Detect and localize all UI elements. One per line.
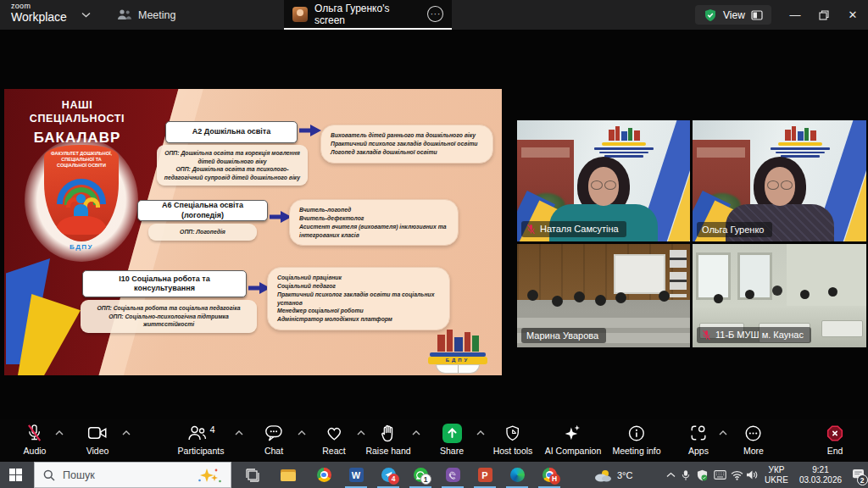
search-input[interactable]: Пошук — [34, 462, 231, 488]
more-ellipsis-icon — [745, 424, 763, 442]
language-indicator[interactable]: УКР UKRE — [761, 462, 792, 488]
zoom-workplace-logo[interactable]: zoom Workplace — [11, 3, 67, 23]
heart-icon — [325, 424, 343, 441]
react-options-chevron[interactable] — [357, 430, 365, 435]
video-gallery: Наталя Самсутіна — [517, 120, 866, 347]
participants-button[interactable]: 4 Participants — [178, 424, 225, 456]
restore-icon — [819, 10, 829, 20]
task-view-button[interactable] — [237, 462, 268, 488]
tab-meeting[interactable]: Meeting — [108, 0, 184, 30]
ai-sparkle-icon — [564, 424, 582, 442]
chat-options-chevron[interactable] — [298, 430, 306, 435]
university-logo: БДПУ — [428, 323, 487, 374]
chrome-icon — [317, 468, 331, 482]
video-options-chevron[interactable] — [122, 430, 131, 435]
raise-hand-label: Raise hand — [365, 446, 410, 456]
chat-button[interactable]: Chat — [264, 424, 283, 456]
video-tile-kaunas[interactable]: 11-Б МУШ м. Каунас — [693, 244, 866, 347]
tab-options-ellipsis-icon[interactable]: ··· — [427, 6, 443, 22]
search-placeholder: Пошук — [63, 469, 189, 481]
video-tile-maryna[interactable]: Марина Уварова — [517, 244, 690, 347]
meeting-info-button[interactable]: Meeting info — [612, 424, 660, 456]
word-icon: W — [349, 468, 364, 482]
host-tools-button[interactable]: Host tools — [493, 424, 533, 456]
end-label: End — [827, 446, 843, 456]
view-button[interactable]: View — [695, 5, 771, 25]
telegram-badge: 4 — [388, 474, 399, 485]
copilot-sparkle-icon[interactable] — [197, 467, 222, 484]
date: 03.03.2026 — [799, 475, 842, 485]
windows-logo-icon — [9, 469, 22, 481]
viber-icon — [446, 468, 460, 482]
participants-options-chevron[interactable] — [235, 430, 243, 435]
workplace-logo-text: Workplace — [11, 11, 67, 23]
chrome-button[interactable] — [309, 462, 339, 488]
video-button[interactable]: Video — [86, 424, 109, 456]
participant-name-tag: 11-Б МУШ м. Каунас — [697, 327, 811, 343]
info-icon — [627, 424, 645, 442]
share-label: Share — [440, 446, 464, 456]
chevron-up-icon — [666, 472, 676, 478]
video-tile-natalia[interactable]: Наталя Самсутіна — [517, 120, 690, 241]
defender-shield-icon — [697, 469, 708, 481]
shared-screen-presentation: НАШІ СПЕЦІАЛЬНОСТІ БАКАЛАВР ФАКУЛЬТЕТ ДО… — [4, 89, 502, 375]
time: 9:21 — [799, 465, 842, 475]
presentation-heading: НАШІ СПЕЦІАЛЬНОСТІ — [13, 99, 142, 125]
program-outcomes: Соціальний працівник Соціальний педагог … — [267, 267, 450, 330]
zoom-window: zoom Workplace Meeting Ольга Гуренко's s… — [0, 0, 868, 488]
search-icon — [43, 469, 55, 481]
start-button[interactable] — [0, 462, 31, 488]
share-button[interactable]: Share — [440, 424, 464, 456]
restore-button[interactable] — [810, 0, 838, 30]
host-tools-shield-icon — [504, 424, 521, 442]
raise-hand-button[interactable]: Raise hand — [365, 424, 410, 456]
mic-muted-icon — [26, 424, 43, 442]
minimize-button[interactable]: — — [781, 0, 810, 30]
volume-button[interactable] — [746, 462, 758, 488]
workspace-chevron-down-icon[interactable] — [81, 12, 91, 18]
shared-screen-thumbnail-icon — [292, 7, 308, 22]
view-layout-icon — [751, 10, 763, 20]
notification-badge: 2 — [857, 474, 868, 485]
share-options-chevron[interactable] — [476, 430, 485, 435]
raise-hand-options-chevron[interactable] — [412, 430, 420, 435]
clock[interactable]: 9:21 03.03.2026 — [792, 462, 849, 488]
notification-center-button[interactable]: 2 — [848, 462, 868, 488]
more-button[interactable]: More — [743, 424, 764, 456]
chrome-profile-badge: H — [549, 474, 560, 485]
video-tile-olha[interactable]: Ольга Гуренко — [693, 120, 866, 241]
touch-keyboard-button[interactable] — [714, 462, 726, 488]
apps-button[interactable]: Apps — [688, 424, 709, 456]
edge-button[interactable] — [502, 462, 532, 488]
program-outcomes: Вчитель-логопед Вчитель-дефектолог Асист… — [289, 199, 459, 246]
whatsapp-button[interactable]: 1 — [405, 462, 436, 488]
powerpoint-button[interactable]: P — [470, 462, 500, 488]
chrome-profile-button[interactable]: H — [534, 462, 565, 488]
word-button[interactable]: W — [341, 462, 371, 488]
react-button[interactable]: React — [322, 424, 345, 456]
audio-button[interactable]: Audio — [24, 424, 47, 456]
ai-companion-button[interactable]: AI Companion — [545, 424, 602, 456]
faculty-name: ФАКУЛЬТЕТ ДОШКІЛЬНОЇ, СПЕЦІАЛЬНОЇ ТА СОЦ… — [44, 145, 119, 169]
apps-options-chevron[interactable] — [719, 430, 727, 435]
title-bar: zoom Workplace Meeting Ольга Гуренко's s… — [0, 0, 868, 30]
program-opp: ОПП: Логопедія — [148, 224, 257, 241]
tray-mic-button[interactable] — [682, 462, 690, 488]
video-camera-icon — [87, 425, 107, 441]
end-button[interactable]: End — [826, 424, 844, 456]
audio-options-chevron[interactable] — [55, 430, 64, 435]
wifi-button[interactable] — [731, 462, 743, 488]
close-button[interactable]: ✕ — [838, 0, 867, 30]
security-shield-icon — [704, 8, 717, 22]
tray-expand-button[interactable] — [666, 462, 676, 488]
task-view-icon — [246, 469, 259, 482]
weather-widget[interactable]: 3°C — [593, 462, 632, 488]
telegram-button[interactable]: 4 — [373, 462, 403, 488]
speaker-icon — [746, 469, 758, 480]
host-tools-label: Host tools — [493, 446, 533, 456]
defender-button[interactable] — [697, 462, 708, 488]
apps-icon — [689, 424, 708, 442]
file-explorer-button[interactable] — [273, 462, 303, 488]
tab-shared-screen[interactable]: Ольга Гуренко's screen ··· — [284, 0, 452, 30]
viber-button[interactable] — [437, 462, 468, 488]
